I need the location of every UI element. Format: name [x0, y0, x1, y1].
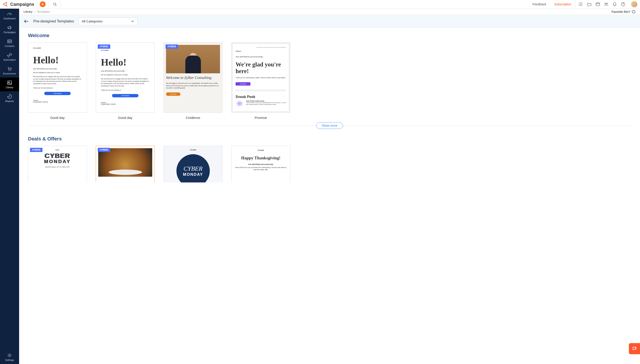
cards-row: HYBRID Zylker CYBER MONDAY SUPER SALE UP… [28, 146, 631, 182]
hybrid-badge: HYBRID [98, 148, 110, 152]
content: Welcome ZYLKER Hello! Dear $[FNAME|Custo… [19, 28, 640, 194]
template-card-happy-thanksgiving[interactable]: ZYLKER Happy Thanksgiving! Dear $[FNAME|… [231, 146, 290, 182]
svg-point-2 [579, 4, 579, 4]
card-wrapper: HYBRID [96, 146, 155, 182]
template-card-thanksgiving[interactable]: HYBRID [96, 146, 155, 182]
divider [60, 0, 61, 8]
gauge-icon [7, 11, 12, 16]
image-icon [7, 80, 12, 85]
sidebar-item-contacts[interactable]: Contacts [0, 36, 19, 50]
search-button[interactable] [52, 1, 58, 7]
divider [48, 0, 48, 8]
help-icon[interactable] [621, 2, 625, 6]
sidebar-item-library[interactable]: Library [0, 78, 19, 91]
subscription-link[interactable]: Subscription [550, 0, 576, 8]
cart-icon [7, 66, 12, 71]
gear-icon [7, 353, 12, 358]
divider-row: Show more [28, 122, 631, 129]
card-wrapper: ZYLKER CYBER MONDAY [164, 146, 222, 182]
breadcrumb: Library › Templates [24, 10, 50, 13]
svg-rect-14 [8, 81, 12, 84]
template-card-promise[interactable]: Not rendering correctly? View this email… [231, 42, 290, 113]
calendar-icon[interactable] [596, 2, 600, 6]
card-name: Promise [255, 116, 267, 120]
template-card-good-day-hybrid[interactable]: HYBRID ZYLKER Hello! Dear $[FNAME|Custom… [96, 42, 155, 113]
svg-point-6 [607, 3, 608, 4]
top-header: Campaigns Feedback Subscription [0, 0, 640, 9]
megaphone-icon [7, 25, 12, 30]
show-more-button[interactable]: Show more [316, 122, 343, 129]
section-title-welcome: Welcome [28, 33, 631, 38]
sidebar-item-settings[interactable]: Settings [0, 350, 19, 364]
template-card-good-day[interactable]: ZYLKER Hello! Dear $[FNAME|Customer|Gues… [28, 42, 87, 113]
svg-point-10 [8, 41, 9, 42]
list-icon[interactable] [579, 2, 583, 6]
sidebar-item-reports[interactable]: Reports [0, 91, 19, 105]
breadcrumb-current: Templates [37, 10, 50, 13]
card-wrapper: HYBRID ZYLKER Hello! Dear $[FNAME|Custom… [96, 42, 155, 120]
social-icon [236, 100, 244, 107]
avatar[interactable] [631, 1, 637, 7]
card-wrapper: HYBRID Welcome to Zylker Consulting We a… [164, 42, 222, 120]
card-wrapper: Not rendering correctly? View this email… [231, 42, 290, 120]
cards-row: ZYLKER Hello! Dear $[FNAME|Customer|Gues… [28, 42, 631, 120]
card-name: Good day [50, 116, 65, 120]
card-name: Credence [186, 116, 200, 120]
svg-rect-9 [8, 40, 12, 43]
page-title: Pre-designed Templates [33, 19, 74, 24]
contact-card-icon [7, 39, 12, 44]
sidebar-item-dashboard[interactable]: Dashboard [0, 9, 19, 22]
svg-point-5 [605, 3, 606, 4]
section-title-deals: Deals & Offers [28, 136, 631, 142]
people-icon[interactable] [604, 2, 608, 6]
card-wrapper: ZYLKER Happy Thanksgiving! Dear $[FNAME|… [231, 146, 290, 182]
header-icons [579, 1, 637, 7]
sidebar-item-campaigns[interactable]: Campaigns [0, 22, 19, 36]
svg-point-16 [9, 355, 10, 356]
svg-point-7 [606, 3, 607, 4]
add-button[interactable] [40, 1, 46, 7]
svg-point-12 [9, 70, 9, 71]
hybrid-badge: HYBRID [30, 148, 42, 152]
favorite-button[interactable]: Favorite this? [612, 10, 636, 14]
breadcrumb-library[interactable]: Library [24, 10, 32, 13]
brand-title: Campaigns [10, 2, 34, 7]
category-select[interactable]: All Categories [78, 17, 138, 25]
sidebar: Dashboard Campaigns Contacts Automation … [0, 9, 19, 364]
breadcrumb-row: Library › Templates Favorite this? [19, 9, 640, 15]
sidebar-item-ecommerce[interactable]: Ecommerce [0, 64, 19, 78]
chevron-right-icon: › [34, 10, 35, 13]
svg-point-15 [8, 82, 9, 83]
card-wrapper: HYBRID Zylker CYBER MONDAY SUPER SALE UP… [28, 146, 87, 182]
svg-point-11 [9, 54, 10, 56]
hybrid-badge: HYBRID [166, 44, 178, 49]
svg-point-13 [10, 70, 11, 71]
chat-icon [632, 346, 637, 351]
svg-point-1 [579, 3, 579, 3]
campaigns-logo-icon [2, 1, 8, 7]
hybrid-badge: HYBRID [98, 44, 110, 49]
heart-icon [632, 10, 636, 14]
svg-point-3 [579, 5, 579, 6]
chevron-down-icon [131, 20, 134, 22]
svg-rect-4 [596, 3, 600, 6]
brand: Campaigns [2, 1, 34, 7]
card-wrapper: ZYLKER Hello! Dear $[FNAME|Customer|Gues… [28, 42, 87, 120]
automation-icon [7, 53, 12, 58]
main: Library › Templates Favorite this? Pre-d… [19, 9, 640, 364]
chat-button[interactable] [629, 343, 640, 354]
template-card-credence[interactable]: HYBRID Welcome to Zylker Consulting We a… [164, 42, 222, 113]
toolbar: Pre-designed Templates All Categories [19, 15, 640, 28]
sidebar-item-automation[interactable]: Automation [0, 50, 19, 64]
template-card-cyber-monday-2[interactable]: ZYLKER CYBER MONDAY [164, 146, 222, 182]
bell-icon[interactable] [612, 2, 617, 6]
template-card-cyber-monday[interactable]: HYBRID Zylker CYBER MONDAY SUPER SALE UP… [28, 146, 87, 182]
pie-chart-icon [7, 94, 12, 99]
feedback-link[interactable]: Feedback [528, 2, 550, 6]
folder-icon[interactable] [587, 2, 592, 6]
card-name: Good day [118, 116, 132, 120]
back-button[interactable] [24, 19, 29, 24]
